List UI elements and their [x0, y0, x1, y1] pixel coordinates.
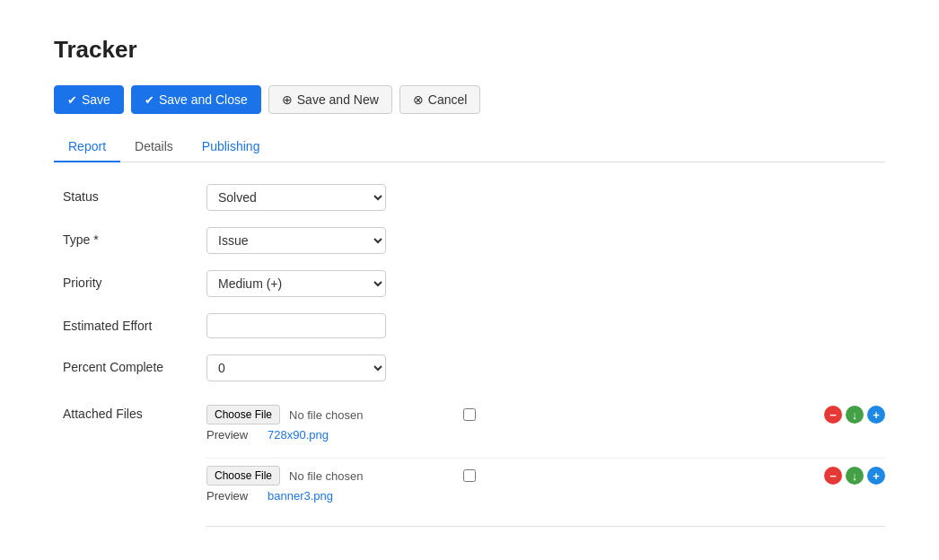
choose-file-button-2[interactable]: Choose File: [206, 466, 280, 486]
toolbar: Save Save and Close Save and New Cancel: [54, 85, 885, 114]
percent-complete-select[interactable]: 0 10 20 30 40 50 60 70 80 90 100: [206, 354, 386, 381]
preview-link-1[interactable]: 728x90.png: [268, 428, 329, 442]
move-down-button-1[interactable]: ↓: [846, 406, 864, 424]
attached-files-row: Attached Files Choose File No file chose…: [63, 398, 885, 527]
check-icon-2: [145, 92, 154, 107]
priority-select[interactable]: Low Medium (+) High Critical: [206, 270, 386, 297]
preview-row-1: Preview 728x90.png: [206, 424, 885, 451]
no-file-text-2: No file chosen: [289, 469, 363, 483]
tabs: Report Details Publishing: [54, 132, 885, 162]
status-row: Status Solved Open In Progress Closed: [63, 184, 885, 211]
file-checkbox-2[interactable]: [463, 469, 476, 482]
type-label: Type *: [63, 227, 206, 247]
estimated-effort-input[interactable]: [206, 313, 386, 338]
save-and-close-button[interactable]: Save and Close: [131, 85, 261, 114]
type-row: Type * Issue Bug Feature Task: [63, 227, 885, 254]
no-file-text-1: No file chosen: [289, 408, 363, 422]
percent-complete-label: Percent Complete: [63, 354, 206, 374]
priority-label: Priority: [63, 270, 206, 290]
remove-file-button-1[interactable]: −: [824, 406, 842, 424]
plus-circle-icon: [282, 92, 293, 107]
choose-file-button-1[interactable]: Choose File: [206, 405, 280, 424]
preview-row-2: Preview banner3.png: [206, 486, 885, 512]
add-file-button-2[interactable]: +: [867, 467, 885, 485]
file-block-2: Choose File No file chosen − ↓ + Preview: [206, 459, 885, 519]
estimated-effort-row: Estimated Effort: [63, 313, 885, 338]
save-button[interactable]: Save: [54, 85, 124, 114]
tab-publishing[interactable]: Publishing: [188, 132, 275, 162]
files-wrap: Choose File No file chosen − ↓ + Preview: [206, 398, 885, 527]
tab-details[interactable]: Details: [120, 132, 188, 162]
cancel-button[interactable]: Cancel: [399, 85, 481, 114]
file-block-1: Choose File No file chosen − ↓ + Preview: [206, 398, 885, 459]
file-actions-2: − ↓ +: [824, 467, 885, 485]
percent-complete-row: Percent Complete 0 10 20 30 40 50 60 70 …: [63, 354, 885, 381]
move-down-button-2[interactable]: ↓: [846, 467, 864, 485]
tab-report[interactable]: Report: [54, 132, 120, 162]
status-label: Status: [63, 184, 206, 204]
type-select[interactable]: Issue Bug Feature Task: [206, 227, 386, 254]
estimated-effort-label: Estimated Effort: [63, 313, 206, 333]
add-file-button-1[interactable]: +: [867, 406, 885, 424]
check-icon: [67, 92, 77, 107]
file-checkbox-1[interactable]: [463, 408, 476, 421]
save-and-new-button[interactable]: Save and New: [268, 85, 392, 114]
preview-link-2[interactable]: banner3.png: [268, 489, 333, 503]
remove-file-button-2[interactable]: −: [824, 467, 842, 485]
attached-files-label: Attached Files: [63, 398, 206, 421]
status-select[interactable]: Solved Open In Progress Closed: [206, 184, 386, 211]
page-title: Tracker: [54, 36, 885, 64]
cancel-icon: [413, 92, 424, 107]
preview-label-2: Preview: [206, 489, 260, 503]
preview-label-1: Preview: [206, 428, 260, 442]
file-actions-1: − ↓ +: [824, 406, 885, 424]
priority-row: Priority Low Medium (+) High Critical: [63, 270, 885, 297]
form-body: Status Solved Open In Progress Closed Ty…: [54, 184, 885, 527]
